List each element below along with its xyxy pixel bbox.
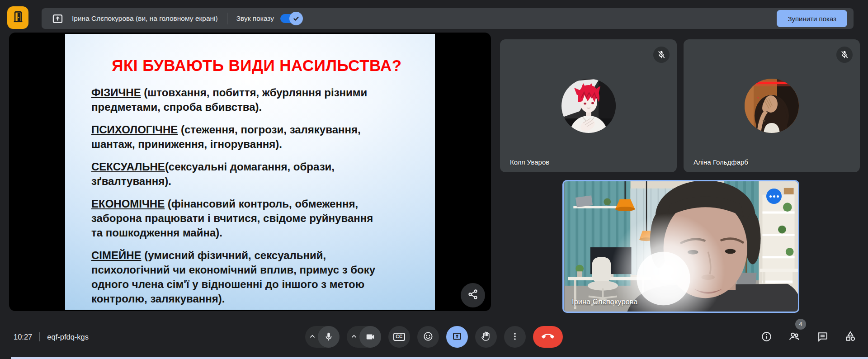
self-video: [564, 181, 798, 312]
camera-button[interactable]: [347, 326, 381, 348]
raise-hand-icon: [481, 331, 491, 343]
slide-paragraph: СЕКСУАЛЬНЕ(сексуальні домагання, образи,…: [91, 160, 381, 189]
people-icon: [788, 331, 800, 344]
present-button[interactable]: [446, 326, 468, 348]
chat-icon: [817, 331, 828, 344]
self-name-label: Ірина Слєпокурова: [572, 298, 638, 306]
divider: [227, 13, 227, 24]
info-button[interactable]: [760, 331, 772, 343]
more-options-button[interactable]: [504, 326, 526, 348]
participants-count-badge: 4: [795, 319, 806, 330]
divider: [39, 332, 40, 341]
share-button[interactable]: [461, 283, 485, 307]
raise-hand-button[interactable]: [475, 326, 497, 348]
info-icon: [761, 331, 772, 344]
more-vertical-icon: [510, 331, 520, 343]
call-end-icon: [542, 330, 554, 344]
mic-icon: [318, 326, 340, 348]
chat-button[interactable]: [816, 331, 828, 343]
present-screen-icon: [52, 13, 64, 25]
meeting-info: 10:27 eqf-pfdq-kgs: [14, 332, 89, 341]
share-icon: [467, 288, 479, 302]
meet-window: Ірина Слєпокурова (ви, на головному екра…: [0, 0, 868, 359]
sound-toggle[interactable]: [280, 12, 303, 25]
toggle-check-icon: [289, 12, 303, 25]
door-extension-button[interactable]: [7, 6, 28, 29]
participant-tile[interactable]: Аліна Гольдфарб: [684, 39, 860, 172]
call-controls: CC: [305, 326, 563, 348]
people-button[interactable]: 4: [788, 331, 800, 343]
reactions-button[interactable]: [417, 326, 439, 348]
clock-time: 10:27: [14, 333, 32, 341]
avatar: [745, 79, 799, 133]
slide-paragraph: СІМЕЙНЕ (умисний фізичний, сексуальний, …: [91, 248, 381, 306]
meeting-panels: 4: [760, 331, 856, 343]
mic-off-icon: [836, 47, 853, 63]
activities-button[interactable]: [844, 331, 856, 343]
participant-name: Аліна Гольдфарб: [693, 158, 748, 166]
window-edge-strip: [11, 357, 868, 359]
videocam-icon: [359, 326, 381, 348]
captions-icon: CC: [393, 333, 405, 341]
meeting-code: eqf-pfdq-kgs: [47, 333, 89, 341]
participant-tile[interactable]: Коля Уваров: [500, 39, 677, 172]
presentation-stage[interactable]: ЯКІ БУВАЮТЬ ВИДИ НАСИЛЬСТВА? ФІЗИЧНЕ (шт…: [9, 33, 491, 311]
mic-off-icon: [653, 47, 670, 63]
sound-label: Звук показу: [236, 14, 274, 23]
participant-name: Коля Уваров: [510, 158, 549, 166]
slide-body: ФІЗИЧНЕ (штовхання, побиття, жбурляння р…: [91, 85, 422, 306]
avatar: [561, 79, 616, 133]
slide-paragraph: ЕКОНОМІЧНЕ (фінансовий контроль, обмежен…: [91, 197, 381, 240]
chevron-up-icon: [308, 332, 316, 342]
tile-options-button[interactable]: [766, 189, 782, 204]
chevron-up-icon: [350, 332, 358, 342]
slide-paragraph: ФІЗИЧНЕ (штовхання, побиття, жбурляння р…: [91, 85, 381, 114]
captions-button[interactable]: CC: [388, 326, 410, 348]
self-view-tile[interactable]: Ірина Слєпокурова: [562, 180, 799, 313]
slide-title: ЯКІ БУВАЮТЬ ВИДИ НАСИЛЬСТВА?: [91, 57, 422, 75]
end-call-button[interactable]: [533, 326, 563, 348]
shared-slide: ЯКІ БУВАЮТЬ ВИДИ НАСИЛЬСТВА? ФІЗИЧНЕ (шт…: [65, 34, 435, 310]
present-screen-icon: [452, 331, 462, 343]
stop-presenting-button[interactable]: Зупинити показ: [777, 10, 847, 27]
more-horizontal-icon: [769, 195, 772, 198]
presenting-banner: Ірина Слєпокурова (ви, на головному екра…: [42, 8, 854, 29]
mic-button[interactable]: [305, 326, 340, 348]
door-icon: [11, 10, 25, 25]
slide-paragraph: ПСИХОЛОГІЧНЕ (стеження, погрози, залякув…: [91, 123, 381, 151]
activities-icon: [844, 331, 856, 344]
emoji-icon: [423, 331, 434, 343]
presenter-label: Ірина Слєпокурова (ви, на головному екра…: [72, 14, 218, 23]
